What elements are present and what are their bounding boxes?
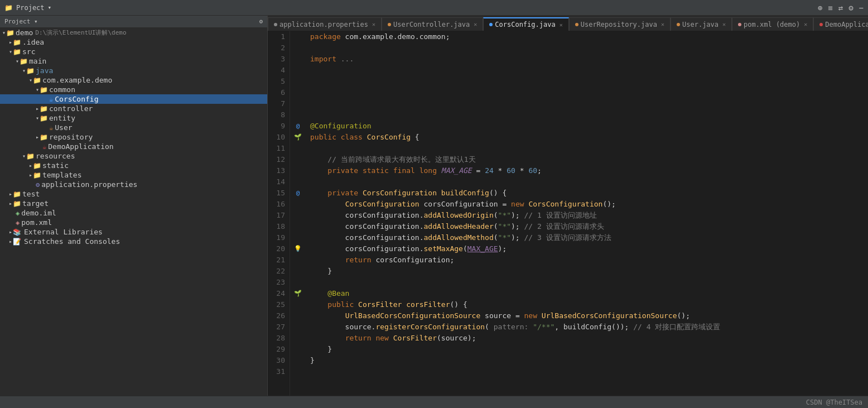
tree-item-test[interactable]: ▸ 📁 test <box>0 189 267 199</box>
arrow-controller: ▸ <box>36 105 39 112</box>
tree-label-idea: .idea <box>22 38 44 46</box>
gutter-cell: @ <box>290 188 306 199</box>
arrow-extlib: ▸ <box>9 229 12 235</box>
tree-label-da: DemoApplication <box>48 142 113 151</box>
line-number: 3 <box>272 54 285 65</box>
code-line: return new CorsFilter(source); <box>310 333 864 344</box>
arrow-idea: ▸ <box>9 39 12 45</box>
sidebar: Project ▾ ⚙ ▾ 📁 demo D:\演示\ElementUI讲解\d… <box>0 16 268 396</box>
tree-item-templates[interactable]: ▸ 📁 templates <box>0 170 267 180</box>
tab-close-cc[interactable]: ✕ <box>560 22 563 28</box>
line-number: 27 <box>272 321 285 333</box>
code-line: public class CorsConfig { <box>310 132 864 143</box>
line-number: 5 <box>272 76 285 87</box>
arrow-static: ▸ <box>29 162 32 169</box>
list-icon[interactable]: ≡ <box>828 3 832 12</box>
tree-item-static[interactable]: ▸ 📁 static <box>0 161 267 170</box>
tab-dot-ur <box>575 23 578 26</box>
code-line: corsConfiguration.setMaxAge(MAX_AGE); <box>310 243 864 255</box>
tree-item-demo-app[interactable]: ☕ DemoApplication <box>0 142 267 151</box>
tree-item-scratches[interactable]: ▸ 📝 Scratches and Consoles <box>0 237 267 246</box>
tree-item-java[interactable]: ▾ 📁 java <box>0 66 267 75</box>
tree-label-common: common <box>49 85 75 94</box>
code-line: private CorsConfiguration buildConfig() … <box>310 188 864 199</box>
tab-close-app-props[interactable]: ✕ <box>372 21 375 27</box>
tab-application-properties[interactable]: application.properties ✕ <box>268 17 382 31</box>
java-class-icon-cors: ☕ <box>49 95 53 103</box>
sidebar-icon-1[interactable]: ⚙ <box>259 18 263 25</box>
add-icon[interactable]: ⊕ <box>818 3 822 12</box>
gutter-cell <box>290 31 306 42</box>
line-number: 24 <box>272 288 285 299</box>
tab-label-ur: UserRepository.java <box>581 21 657 28</box>
tab-user-controller[interactable]: UserController.java ✕ <box>382 17 483 31</box>
project-label[interactable]: Project <box>16 4 45 12</box>
tree-label-templates: templates <box>42 171 81 179</box>
gutter-column: @🌱@💡🌱 <box>290 31 306 396</box>
tree-item-cors-config[interactable]: ☕ CorsConfig <box>0 94 267 104</box>
tree-item-target[interactable]: ▸ 📁 target <box>0 199 267 208</box>
line-number: 25 <box>272 299 285 310</box>
folder-icon-idea: 📁 <box>13 39 21 46</box>
tab-pom-xml[interactable]: pom.xml (demo) ✕ <box>732 17 813 31</box>
gutter-cell <box>290 98 306 109</box>
folder-icon-common: 📁 <box>40 86 48 94</box>
minimize-icon[interactable]: − <box>859 3 864 12</box>
gutter-cell <box>290 266 306 277</box>
tab-close-uj[interactable]: ✕ <box>722 21 726 27</box>
settings-icon[interactable]: ⚙ <box>848 3 853 12</box>
code-line: } <box>310 266 864 277</box>
folder-icon-static: 📁 <box>33 162 41 170</box>
tree-item-pom-xml[interactable]: ◈ pom.xml <box>0 218 267 227</box>
tree-item-app-props[interactable]: ⚙ application.properties <box>0 180 267 189</box>
tab-user-repository[interactable]: UserRepository.java ✕ <box>569 17 671 31</box>
tree-item-ext-lib[interactable]: ▸ 📚 External Libraries <box>0 227 267 237</box>
tab-label-uc: UserController.java <box>393 21 470 28</box>
folder-icon-controller: 📁 <box>40 105 48 113</box>
line-number: 8 <box>272 109 285 121</box>
code-line: } <box>310 344 864 355</box>
gutter-cell <box>290 299 306 310</box>
arrow-ced: ▾ <box>29 77 32 83</box>
tree-item-demo[interactable]: ▾ 📁 demo D:\演示\ElementUI讲解\demo <box>0 28 267 37</box>
tab-close-ur[interactable]: ✕ <box>661 21 664 27</box>
editor-content[interactable]: 1234567891011121314151617181920212223242… <box>268 31 868 396</box>
folder-icon-repo: 📁 <box>40 133 48 141</box>
tree-label-java: java <box>36 66 53 75</box>
swap-icon[interactable]: ⇄ <box>838 3 843 12</box>
iml-icon: ◈ <box>16 209 20 217</box>
tree-item-demo-iml[interactable]: ◈ demo.iml <box>0 208 267 218</box>
tree-item-controller[interactable]: ▸ 📁 controller <box>0 104 267 113</box>
gutter-cell <box>290 210 306 221</box>
project-dropdown-arrow[interactable]: ▾ <box>48 4 52 11</box>
line-number: 9 <box>272 121 285 132</box>
line-number: 16 <box>272 199 285 210</box>
tree-item-common[interactable]: ▾ 📁 common <box>0 85 267 94</box>
tab-user-java[interactable]: User.java ✕ <box>671 17 732 31</box>
gutter-cell <box>290 277 306 288</box>
tree-item-repository[interactable]: ▸ 📁 repository <box>0 132 267 142</box>
tab-close-pom[interactable]: ✕ <box>804 21 807 27</box>
code-line: import ... <box>310 54 864 65</box>
gutter-cell <box>290 176 306 188</box>
code-line: corsConfiguration.addAllowedHeader("*");… <box>310 221 864 232</box>
tree-item-resources[interactable]: ▾ 📁 resources <box>0 151 267 161</box>
line-numbers: 1234567891011121314151617181920212223242… <box>268 31 290 396</box>
tree-item-entity[interactable]: ▾ 📁 entity <box>0 113 267 123</box>
code-area[interactable]: package com.example.demo.common;import .… <box>306 31 868 396</box>
tab-close-uc[interactable]: ✕ <box>474 21 477 27</box>
tree-item-idea[interactable]: ▸ 📁 .idea <box>0 37 267 47</box>
tree-item-src[interactable]: ▾ 📁 src <box>0 47 267 56</box>
tree-item-com-example-demo[interactable]: ▾ 📁 com.example.demo <box>0 75 267 85</box>
tab-demo-application[interactable]: DemoApplication.java ✕ <box>813 17 868 31</box>
folder-icon-main: 📁 <box>20 57 28 65</box>
code-line <box>310 143 864 154</box>
tree-item-user[interactable]: ☕ User <box>0 123 267 132</box>
line-number: 31 <box>272 366 285 377</box>
gutter-cell: 🌱 <box>290 288 306 299</box>
gutter-cell <box>290 165 306 176</box>
tab-cors-config[interactable]: CorsConfig.java ✕ <box>483 17 568 31</box>
line-number: 17 <box>272 210 285 221</box>
folder-icon-target: 📁 <box>13 200 21 208</box>
tree-item-main[interactable]: ▾ 📁 main <box>0 56 267 66</box>
